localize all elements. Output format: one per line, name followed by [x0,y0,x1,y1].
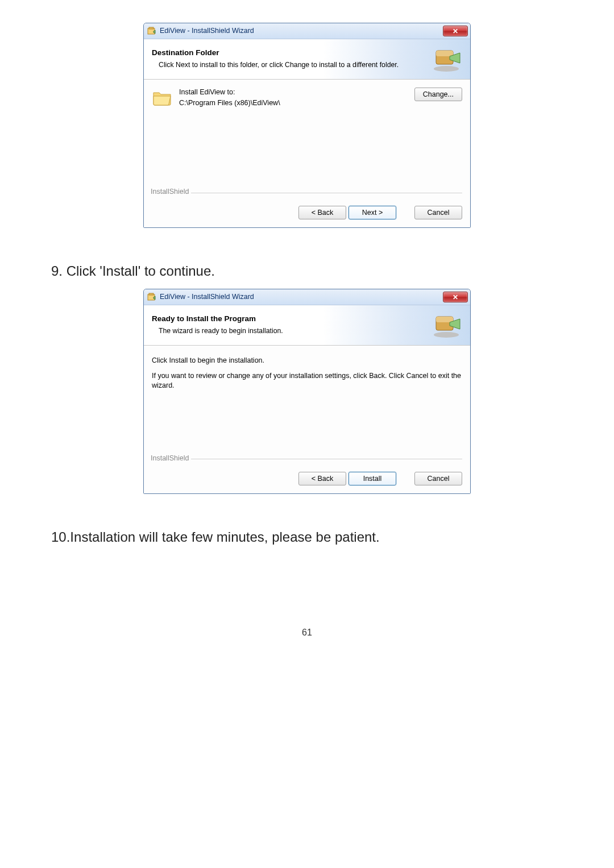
folder-icon [152,88,172,108]
installshield-label: InstallShield [148,187,191,197]
cancel-button[interactable]: Cancel [414,206,462,219]
dialog-header: Destination Folder Click Next to install… [144,39,470,80]
cancel-button[interactable]: Cancel [414,472,462,485]
svg-point-7 [434,332,459,338]
dialog-body: Install EdiView to: C:\Program Files (x8… [144,80,470,227]
svg-rect-9 [436,317,453,322]
installer-graphic-icon [430,311,462,338]
dialog-header: Ready to Install the Program The wizard … [144,305,470,346]
step-9-text: 9. Click 'Install' to continue. [51,262,563,280]
svg-rect-6 [149,293,154,295]
back-button[interactable]: < Back [298,206,346,219]
header-subtitle: The wizard is ready to begin installatio… [159,326,425,336]
install-to-label: Install EdiView to: [179,88,408,97]
header-title: Destination Folder [152,48,425,58]
back-button[interactable]: < Back [298,472,346,485]
window-title: EdiView - InstallShield Wizard [160,26,254,36]
window-title: EdiView - InstallShield Wizard [160,292,254,302]
install-path: C:\Program Files (x86)\EdiView\ [179,98,408,108]
installshield-label: InstallShield [148,454,191,463]
header-title: Ready to Install the Program [152,314,425,324]
svg-point-2 [434,66,459,72]
svg-rect-1 [149,27,154,29]
install-button[interactable]: Install [349,472,396,485]
body-line-2: If you want to review or change any of y… [152,371,462,391]
dialog-ready-to-install: EdiView - InstallShield Wizard ✕ Ready t… [143,289,471,494]
dialog-body: Click Install to begin the installation.… [144,346,470,493]
change-button[interactable]: Change... [414,88,462,101]
next-button[interactable]: Next > [349,206,396,219]
installer-graphic-icon [430,45,462,72]
body-line-1: Click Install to begin the installation. [152,356,462,366]
svg-rect-4 [436,51,453,56]
titlebar[interactable]: EdiView - InstallShield Wizard ✕ [144,23,470,39]
installer-icon [147,27,156,36]
installer-icon [147,293,156,302]
close-button[interactable]: ✕ [443,292,468,302]
close-icon: ✕ [453,294,458,301]
close-button[interactable]: ✕ [443,26,468,36]
page-number: 61 [51,626,563,639]
close-icon: ✕ [453,28,458,35]
step-10-text: 10.Installation will take few minutes, p… [51,528,563,546]
header-subtitle: Click Next to install to this folder, or… [159,60,425,70]
titlebar[interactable]: EdiView - InstallShield Wizard ✕ [144,289,470,305]
dialog-destination-folder: EdiView - InstallShield Wizard ✕ Destina… [143,23,471,228]
